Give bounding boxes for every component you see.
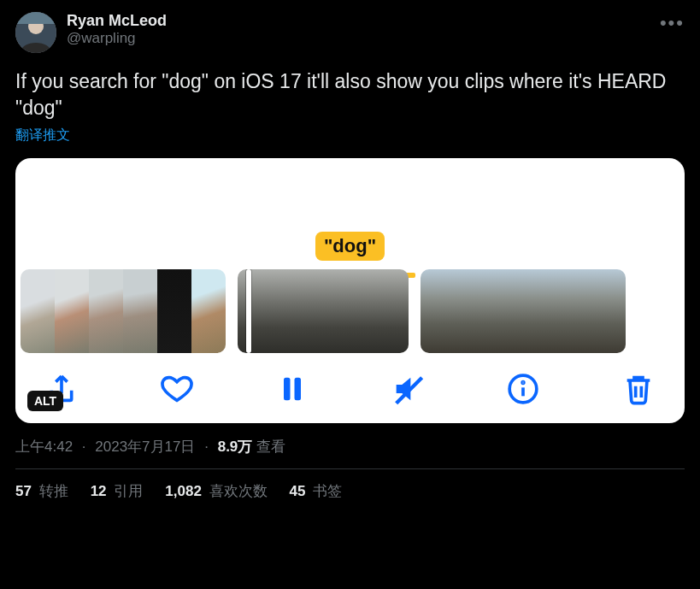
clip-frame[interactable] [523,269,557,353]
bookmarks-label: 书签 [313,483,342,499]
retweets-stat[interactable]: 57 转推 [15,481,68,501]
clip-frame[interactable] [557,269,591,353]
retweets-label: 转推 [39,483,68,499]
tweet-container: Ryan McLeod @warpling ••• If you search … [0,0,700,501]
likes-stat[interactable]: 1,082 喜欢次数 [165,481,267,501]
clip-frame[interactable] [21,269,55,353]
clip-frame[interactable] [55,269,89,353]
trash-icon[interactable] [621,372,656,406]
post-time[interactable]: 上午4:42 [15,439,73,455]
clip-frame[interactable] [89,269,123,353]
svg-point-7 [522,382,524,384]
alt-badge[interactable]: ALT [27,391,63,411]
handle: @warpling [67,30,167,47]
likes-count: 1,082 [165,483,202,499]
clip-frame[interactable] [489,269,523,353]
quotes-label: 引用 [114,483,143,499]
media-whitespace [15,158,685,232]
pause-icon[interactable] [275,372,309,406]
svg-rect-2 [15,12,56,24]
clip-group-3[interactable] [421,269,626,353]
post-date[interactable]: 2023年7月17日 [95,439,195,455]
bookmarks-count: 45 [290,483,306,499]
avatar[interactable] [15,12,56,53]
info-icon[interactable] [506,372,540,406]
likes-label: 喜欢次数 [209,483,268,499]
views-count[interactable]: 8.9万 [218,439,253,455]
mute-icon[interactable] [391,372,425,406]
search-term-row: "dog" [15,232,685,269]
stats-row: 57 转推 12 引用 1,082 喜欢次数 45 书签 [15,469,685,501]
bookmarks-stat[interactable]: 45 书签 [290,481,343,501]
clip-frame[interactable] [421,269,455,353]
avatar-image [15,12,56,53]
media-card[interactable]: "dog" [15,158,685,423]
display-name: Ryan McLeod [67,12,167,30]
clip-group-2[interactable] [238,269,409,353]
quotes-stat[interactable]: 12 引用 [91,481,144,501]
search-term-pill: "dog" [315,232,385,261]
svg-rect-3 [284,378,291,401]
author-block[interactable]: Ryan McLeod @warpling [67,12,167,47]
tweet-header: Ryan McLeod @warpling ••• [15,12,685,53]
meta-row: 上午4:42 · 2023年7月17日 · 8.9万 查看 [15,437,685,456]
clip-frame[interactable] [455,269,489,353]
translate-link[interactable]: 翻译推文 [15,127,70,144]
clip-group-1[interactable] [21,269,226,353]
media-toolbar [15,353,685,411]
clip-frame[interactable] [374,269,409,353]
playhead-icon[interactable] [246,269,251,353]
clip-frame[interactable] [272,269,306,353]
views-label: 查看 [256,439,285,455]
clip-frame[interactable] [238,269,272,353]
clip-frame[interactable] [157,269,191,353]
clip-strip[interactable] [15,269,685,353]
tweet-text: If you search for "dog" on iOS 17 it'll … [15,68,685,121]
clip-frame[interactable] [123,269,157,353]
clip-frame[interactable] [191,269,226,353]
retweets-count: 57 [15,483,32,499]
clip-frame[interactable] [340,269,374,353]
more-button[interactable]: ••• [660,12,685,32]
heart-icon[interactable] [160,372,194,406]
quotes-count: 12 [91,483,107,499]
clip-frame[interactable] [306,269,340,353]
clip-frame[interactable] [591,269,626,353]
svg-rect-4 [295,378,302,401]
